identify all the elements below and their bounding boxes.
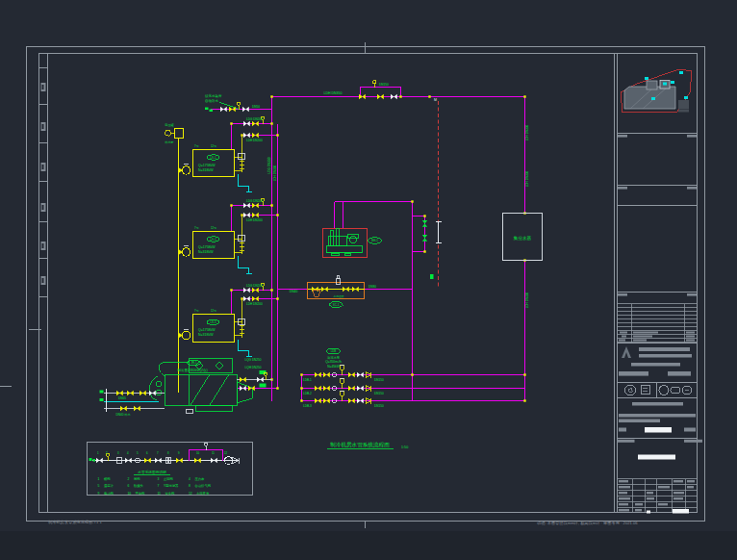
chiller-tag: LS-3 xyxy=(211,320,216,324)
model-space-background xyxy=(0,0,737,560)
pump-row-left-label: LDB-3 xyxy=(303,404,312,408)
pump-group-line2: Q=350m³/h xyxy=(325,360,342,364)
tank-label-top: 定压罐 xyxy=(165,123,173,127)
chiller-power: N=318kW xyxy=(198,168,214,172)
left-main-return-label: LDH DN350 xyxy=(273,165,277,181)
meter-mark: M xyxy=(434,98,437,102)
drawing-scale-label: 1:50 xyxy=(401,445,408,449)
legend-item-name: 闸阀 xyxy=(134,477,140,481)
treatment-device-label: 水处理器 xyxy=(333,294,343,298)
pump-row-left-label: LDB-2 xyxy=(303,392,312,395)
header2-label: LDH DN200 xyxy=(246,218,263,222)
sheet-number-field xyxy=(673,509,689,514)
legend-item-no: 7 xyxy=(158,484,160,488)
legend-item-no: 4 xyxy=(189,477,191,481)
supply-temp-label: 7℃ xyxy=(194,226,199,230)
legend-item-name: 自动排气阀 xyxy=(195,484,211,488)
unit-tag: ZR-1 xyxy=(191,361,197,365)
highlighted-field xyxy=(645,427,672,433)
tank-label-bottom: 补水泵 xyxy=(164,140,173,144)
treatment-left-label: DN40 xyxy=(290,290,298,293)
chiller-power: N=318kW xyxy=(198,333,214,337)
legend-number: 12 xyxy=(224,451,228,455)
legend-item-name: 压力表 xyxy=(195,476,206,481)
unit-conn-label2: LQH DN250 xyxy=(245,366,262,369)
legend-item-name: 安全阀 xyxy=(165,492,175,496)
legend-item-name: 蝶阀 xyxy=(104,477,111,481)
legend-item-name: Y型过滤器 xyxy=(164,483,179,488)
legend-item-name: 电动阀 xyxy=(104,492,114,496)
legend-header: 水管系统图例说明 xyxy=(138,470,166,474)
return-temp-label: 12℃ xyxy=(211,309,216,313)
legend-item-name: 温度计 xyxy=(104,483,114,488)
right-main-label-1: LDH DN350 xyxy=(525,124,529,140)
pump-row-right-label: DN150 xyxy=(374,392,384,395)
cad-drawing-canvas: LDH DN350 DN150 M 软化水装置 自动补水 DN50 定压罐 补水… xyxy=(0,0,737,560)
legend-number: 11 xyxy=(212,451,215,455)
legend-item-no: 9 xyxy=(98,492,100,496)
note-line2: 自动补水 xyxy=(205,99,219,103)
top-main-pipe-label: LDH DN350 xyxy=(324,91,343,95)
chiller-tag: LS-1 xyxy=(211,156,216,160)
makeup-pipe-label: DN50 xyxy=(252,105,260,109)
return-temp-label: 12℃ xyxy=(211,226,216,230)
unit-conn-label1: LQG DN250 xyxy=(244,358,261,362)
drawing-number-field xyxy=(638,455,675,460)
header2-label: LDH DN200 xyxy=(246,139,263,142)
legend-item-no: 3 xyxy=(158,477,160,481)
supply-temp-label: 7℃ xyxy=(194,144,199,148)
chiller-power: N=318kW xyxy=(198,250,214,254)
drawing-title-text: 制冷机房水管系统流程图 xyxy=(330,442,390,448)
header2-label: LDH DN200 xyxy=(246,302,263,306)
legend-item-name: 平衡阀 xyxy=(136,492,145,496)
legend-item-no: 6 xyxy=(128,484,130,488)
legend-number: 10 xyxy=(196,451,200,455)
bottom-band xyxy=(0,531,737,560)
legend-item-no: 1 xyxy=(98,477,100,481)
pump-row-right-label: DN150 xyxy=(374,378,384,382)
header1-label: LDG DN200 xyxy=(246,117,263,121)
chiller-tag: LS-2 xyxy=(211,238,216,242)
legend-item-name: 止回阀 xyxy=(164,477,173,481)
bypass-pipe-label: DN150 xyxy=(379,83,389,87)
footer-left-text: 制冷机房水管系统流程图-T1 1 xyxy=(48,520,103,524)
unit-left-label1: DN65 xyxy=(118,396,126,400)
legend-item-no: 8 xyxy=(189,484,191,488)
pump-group-line3: N=45kW xyxy=(327,365,341,369)
hx-tag: BH-1 xyxy=(371,239,378,242)
legend-item-no: 11 xyxy=(158,492,162,496)
return-temp-label: 12℃ xyxy=(211,144,216,148)
left-main-supply-label: LDG DN350 xyxy=(267,157,271,173)
chiller-capacity: Q=1758kW xyxy=(198,164,216,167)
pump-group-tag: LDB xyxy=(331,349,337,353)
legend-item-name: 水流开关 xyxy=(196,491,210,496)
pump-row-right-label: DN150 xyxy=(374,404,384,408)
right-main-label-2: LDH DN350 xyxy=(525,170,529,187)
unit-spec-label: 制冷量2330kW(2台) xyxy=(177,369,207,372)
treatment-tag: SC-1 xyxy=(333,303,340,307)
legend-item-name: 软接头 xyxy=(134,484,144,488)
legend-item-no: 2 xyxy=(128,477,130,481)
legend-item-no: 5 xyxy=(98,484,100,488)
drawing-sheet: LDH DN350 DN150 M 软化水装置 自动补水 DN50 定压罐 补水… xyxy=(0,0,737,560)
key-plan-building-main xyxy=(624,87,675,109)
chiller-capacity: Q=1758kW xyxy=(198,328,216,332)
chiller-capacity: Q=1758kW xyxy=(198,245,216,249)
legend-item-no: 10 xyxy=(128,492,132,496)
pump-group-line1: 冷冻水泵 xyxy=(327,356,341,360)
header1-label: LDG DN200 xyxy=(246,199,263,203)
note-line1: 软化水装置 xyxy=(204,93,222,98)
header1-label: LDG DN200 xyxy=(246,284,263,288)
right-main-label-3: LDH DN350 xyxy=(525,292,529,308)
legend-item-no: 12 xyxy=(189,492,192,496)
collector-label: 集分水器 xyxy=(513,236,532,241)
treatment-right-label: DN80 xyxy=(368,285,376,289)
supply-temp-label: 7℃ xyxy=(194,309,199,313)
unit-left-label2: DN40 补水 xyxy=(116,413,131,417)
pump-row-left-label: LDB-1 xyxy=(303,378,312,382)
